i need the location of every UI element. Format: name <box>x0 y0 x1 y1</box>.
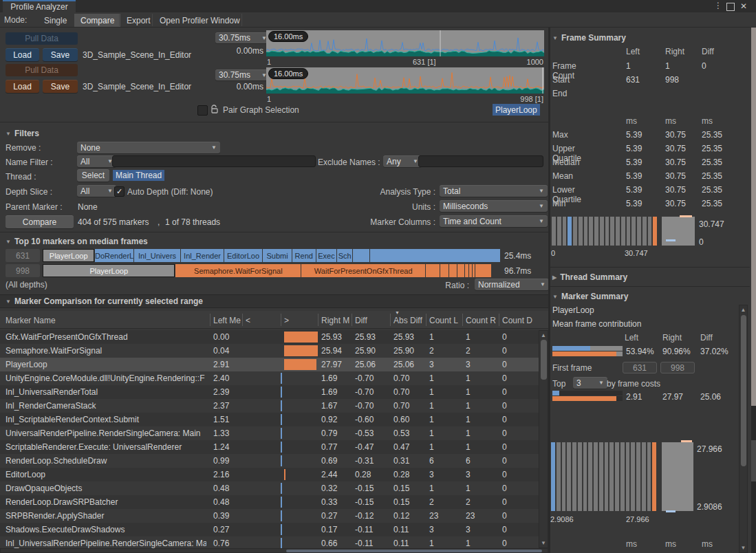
top10-segment-Inl_Univers[interactable]: Inl_Univers <box>134 249 180 262</box>
column-header-<[interactable]: < <box>246 316 280 327</box>
table-row[interactable]: SRPBRender.ApplyShader0.390.27-0.120.122… <box>0 509 539 523</box>
graph-left-scale-dropdown[interactable]: 30.75ms▼ <box>215 32 270 43</box>
first-frame-right-button[interactable]: 998 <box>660 362 695 373</box>
export-button[interactable]: Export <box>122 14 155 27</box>
top10-segment-Submi[interactable]: Submi <box>263 249 292 262</box>
column-header-count-l[interactable]: Count L <box>429 316 462 327</box>
contribution-left-value: 53.94% <box>626 347 654 356</box>
top10-segment-Semaphore.WaitForSignal[interactable]: Semaphore.WaitForSignal <box>175 264 301 277</box>
column-header->[interactable]: > <box>284 316 317 327</box>
selected-marker-chip[interactable]: PlayerLoop <box>493 104 540 116</box>
chevron-down-icon: ▼ <box>539 203 544 209</box>
table-scrollbar-thumb[interactable] <box>541 340 547 380</box>
histogram-bar <box>642 217 647 246</box>
top10-segment-Rend[interactable]: Rend <box>292 249 316 262</box>
column-header-diff[interactable]: Diff <box>355 316 389 327</box>
table-row[interactable]: DrawOpaqueObjects0.480.32-0.150.15110 <box>0 481 539 495</box>
table-row[interactable]: ScriptableRenderer.Execute: UniversalRen… <box>0 440 539 454</box>
left-median: 2.16 <box>213 470 242 480</box>
summary-scrollbar-thumb[interactable] <box>741 315 746 466</box>
load-right-button[interactable]: Load <box>6 80 39 93</box>
compare-button[interactable]: Compare <box>6 215 74 228</box>
analysis-type-dropdown[interactable]: Total▼ <box>440 185 548 197</box>
table-hscrollbar-thumb[interactable] <box>286 550 542 552</box>
ratio-dropdown[interactable]: Normalized▼ <box>475 279 549 290</box>
scroll-up-icon[interactable]: ▲ <box>539 332 548 338</box>
table-row[interactable]: UniversalRenderPipeline.RenderSingleCame… <box>0 426 539 440</box>
column-header-left-me[interactable]: Left Me <box>213 316 242 327</box>
table-horizontal-scrollbar[interactable] <box>0 548 548 553</box>
abs-diff: 25.90 <box>393 346 425 356</box>
top10-segment-Sch[interactable]: Sch <box>337 249 352 262</box>
comparison-table-header: Marker NameLeft Me<>Right MDiffAbs Diff▼… <box>0 311 548 329</box>
top10-header[interactable]: ▼Top 10 markers on median frames <box>6 237 148 246</box>
maximize-icon[interactable] <box>726 3 735 11</box>
column-divider <box>499 314 499 326</box>
table-vertical-scrollbar[interactable]: ▲ ▼ <box>539 330 548 548</box>
exclude-names-input[interactable] <box>418 155 543 167</box>
window-tab[interactable]: Profile Analyzer <box>3 0 76 12</box>
open-profiler-window-button[interactable]: Open Profiler Window <box>155 14 244 27</box>
top10-segment-PlayerLoop[interactable]: PlayerLoop <box>43 264 175 277</box>
table-row[interactable]: Inl_RenderCameraStack2.371.67-0.700.7011… <box>0 399 539 413</box>
save-left-button[interactable]: Save <box>43 48 78 61</box>
remove-dropdown[interactable]: None▼ <box>77 142 220 153</box>
exclude-mode-dropdown[interactable]: Any▼ <box>383 155 422 167</box>
summary-scrollbar[interactable]: ▲ ▼ <box>739 305 748 553</box>
comparison-header[interactable]: ▼Marker Comparison for currently selecte… <box>6 296 203 306</box>
name-filter-input[interactable] <box>112 155 316 167</box>
column-header-abs-diff[interactable]: Abs Diff <box>393 316 425 327</box>
auto-depth-checkbox[interactable]: ✓ <box>114 186 125 197</box>
kebab-menu-icon[interactable]: ⋮ <box>714 1 722 12</box>
table-row[interactable]: PlayerLoop2.9127.9725.0625.06330 <box>0 358 539 371</box>
pull-data-right-button[interactable]: Pull Data <box>6 64 78 76</box>
scroll-down-icon[interactable]: ▼ <box>739 545 747 551</box>
table-row[interactable]: RenderLoop.DrawSRPBatcher0.480.33-0.150.… <box>0 495 539 509</box>
pair-graph-selection-checkbox[interactable] <box>197 105 208 116</box>
units-dropdown[interactable]: Milliseconds▼ <box>440 200 548 212</box>
table-row[interactable]: RenderLoop.ScheduleDraw0.990.69-0.310.31… <box>0 454 539 468</box>
top10-segment-Inl_Render[interactable]: Inl_Render <box>181 249 223 262</box>
top10-segment-WaitForPresentOnGfxThread[interactable]: WaitForPresentOnGfxThread <box>301 264 425 277</box>
first-frame-left-button[interactable]: 631 <box>623 362 657 373</box>
stat-label: Min <box>552 199 565 208</box>
table-row[interactable]: Shadows.ExecuteDrawShadows0.270.17-0.110… <box>0 523 539 536</box>
marker-summary-header[interactable]: ▼Marker Summary <box>552 292 628 301</box>
table-row[interactable]: Semaphore.WaitForSignal0.0425.9425.9025.… <box>0 344 539 358</box>
pull-data-left-button[interactable]: Pull Data <box>6 32 78 45</box>
table-row[interactable]: Inl_ScriptableRenderContext.Submit1.510.… <box>0 413 539 426</box>
top10-frame-button[interactable]: 998 <box>6 264 40 277</box>
thread-summary-header[interactable]: ▶Thread Summary <box>552 272 627 282</box>
scroll-down-icon[interactable]: ▼ <box>539 540 548 546</box>
mode-tab-single[interactable]: Single <box>39 14 72 27</box>
top10-segment-Exec[interactable]: Exec <box>316 249 337 262</box>
graph-right-scale-dropdown[interactable]: 30.75ms▼ <box>215 69 270 80</box>
load-left-button[interactable]: Load <box>6 48 39 61</box>
column-header-right-m[interactable]: Right M <box>321 316 352 327</box>
top10-frame-button[interactable]: 631 <box>6 249 40 262</box>
stat-value: 30.75 <box>665 130 686 140</box>
frame-summary-header[interactable]: ▼Frame Summary <box>552 33 626 43</box>
column-header-marker-name[interactable]: Marker Name <box>6 316 206 327</box>
marker-columns-dropdown[interactable]: Time and Count▼ <box>440 215 548 227</box>
table-row[interactable]: Inl_UniversalRenderPipeline.RenderSingle… <box>0 536 539 548</box>
chevron-down-icon: ▼ <box>107 188 113 194</box>
mode-tab-compare[interactable]: Compare <box>74 14 120 27</box>
name-filter-mode-dropdown[interactable]: All▼ <box>77 155 116 167</box>
table-row[interactable]: EditorLoop2.162.440.280.28330 <box>0 468 539 481</box>
table-row[interactable]: UnityEngine.CoreModule.dll!UnityEngine.R… <box>0 371 539 385</box>
thread-select-button[interactable]: Select <box>77 169 109 182</box>
top10-segment-PlayerLoop[interactable]: PlayerLoop <box>43 249 94 262</box>
top10-segment-DoRenderL[interactable]: DoRenderL <box>95 249 133 262</box>
column-header-count-d[interactable]: Count D <box>502 316 534 327</box>
column-header-count-r[interactable]: Count R <box>466 316 499 327</box>
scroll-up-icon[interactable]: ▲ <box>739 307 747 313</box>
table-row[interactable]: Inl_UniversalRenderTotal2.391.69-0.700.7… <box>0 385 539 399</box>
top10-segment-EditorLoo[interactable]: EditorLoo <box>224 249 263 262</box>
top-n-dropdown[interactable]: 3▼ <box>573 377 607 389</box>
save-right-button[interactable]: Save <box>43 80 78 93</box>
close-icon[interactable]: ✕ <box>739 1 748 11</box>
filters-header[interactable]: ▼Filters <box>6 129 39 138</box>
table-row[interactable]: Gfx.WaitForPresentOnGfxThread0.0025.9325… <box>0 330 539 344</box>
depth-slice-dropdown[interactable]: All▼ <box>77 185 116 197</box>
